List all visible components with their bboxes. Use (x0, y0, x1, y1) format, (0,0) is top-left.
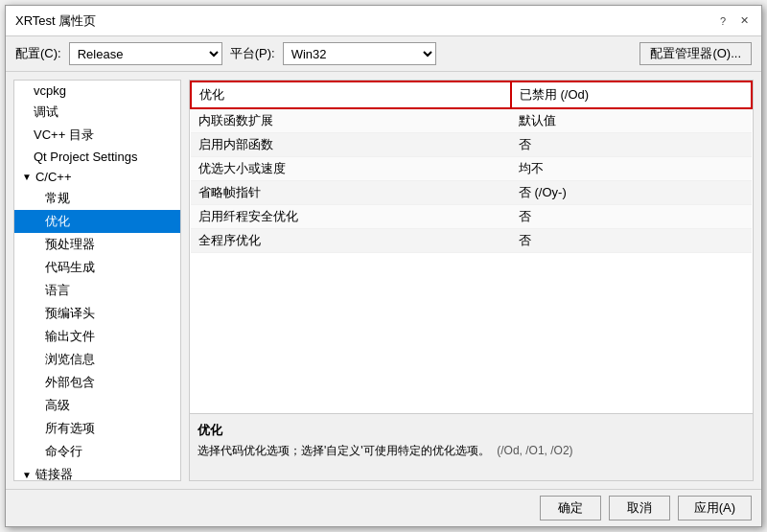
title-bar-controls: ? ✕ (715, 13, 752, 29)
tree-group-cpp[interactable]: ▼ C/C++ (14, 167, 180, 187)
prop-desc-area: 优化 选择代码优化选项；选择'自定义'可使用特定的优化选项。 (/Od, /O1… (190, 413, 753, 480)
tree-item-cpp-codegen[interactable]: 代码生成 (14, 256, 180, 279)
prop-name: 省略帧指针 (191, 181, 511, 205)
tree-item-cpp-browse[interactable]: 浏览信息 (14, 348, 180, 371)
tree-item-debug[interactable]: 调试 (14, 101, 180, 124)
table-row[interactable]: 省略帧指针否 (/Oy-) (191, 181, 752, 205)
props-data-table: 优化 已禁用 (/Od) 内联函数扩展默认值启用内部函数否优选大小或速度均不省略… (190, 81, 753, 253)
table-row[interactable]: 启用内部函数否 (191, 133, 752, 157)
cpp-expand-arrow: ▼ (22, 172, 32, 182)
prop-desc-text: 选择代码优化选项；选择'自定义'可使用特定的优化选项。 (198, 444, 490, 457)
prop-desc-body: 选择代码优化选项；选择'自定义'可使用特定的优化选项。 (/Od, /O1, /… (198, 443, 745, 459)
table-row[interactable]: 启用纤程安全优化否 (191, 205, 752, 229)
apply-button[interactable]: 应用(A) (678, 496, 752, 520)
prop-desc-title: 优化 (198, 422, 745, 439)
platform-select[interactable]: Win32 (283, 42, 436, 65)
ok-button[interactable]: 确定 (540, 496, 601, 520)
bottom-bar: 确定 取消 应用(A) (6, 489, 761, 526)
prop-name: 启用内部函数 (191, 133, 511, 157)
tree-item-cpp-preproc[interactable]: 预处理器 (14, 233, 180, 256)
cancel-button[interactable]: 取消 (609, 496, 670, 520)
tree-group-linker[interactable]: ▼ 链接器 (14, 463, 180, 481)
tree-item-vcpkg[interactable]: vcpkg (14, 81, 180, 101)
prop-value: 否 (511, 133, 752, 157)
tree-group-linker-label: 链接器 (35, 466, 73, 481)
props-table: 优化 已禁用 (/Od) 内联函数扩展默认值启用内部函数否优选大小或速度均不省略… (190, 81, 753, 413)
prop-desc-hint: (/Od, /O1, /O2) (497, 444, 572, 457)
table-row[interactable]: 内联函数扩展默认值 (191, 108, 752, 133)
platform-label: 平台(P): (230, 45, 275, 62)
tree-item-cpp-pch[interactable]: 预编译头 (14, 302, 180, 325)
linker-expand-arrow: ▼ (22, 470, 32, 480)
table-row[interactable]: 优选大小或速度均不 (191, 157, 752, 181)
tree-item-cpp-output[interactable]: 输出文件 (14, 325, 180, 348)
props-panel: 优化 已禁用 (/Od) 内联函数扩展默认值启用内部函数否优选大小或速度均不省略… (189, 80, 754, 481)
tree-item-cpp-general[interactable]: 常规 (14, 187, 180, 210)
tree-item-cpp-allopt[interactable]: 所有选项 (14, 417, 180, 440)
config-select[interactable]: Release (69, 42, 222, 65)
config-label: 配置(C): (15, 45, 61, 62)
prop-value: 否 (511, 229, 752, 253)
col1-header: 优化 (191, 81, 511, 108)
close-button[interactable]: ✕ (736, 13, 752, 29)
prop-value: 否 (/Oy-) (511, 181, 752, 205)
tree-group-cpp-label: C/C++ (35, 170, 72, 184)
title-bar: XRTest 属性页 ? ✕ (6, 6, 761, 36)
tree-item-cpp-advanced[interactable]: 高级 (14, 394, 180, 417)
prop-value: 否 (511, 205, 752, 229)
main-content: vcpkg 调试 VC++ 目录 Qt Project Settings ▼ C… (6, 72, 761, 489)
tree-item-vcpp-dirs[interactable]: VC++ 目录 (14, 124, 180, 147)
prop-name: 内联函数扩展 (191, 108, 511, 133)
prop-name: 优选大小或速度 (191, 157, 511, 181)
prop-value: 均不 (511, 157, 752, 181)
tree-panel: vcpkg 调试 VC++ 目录 Qt Project Settings ▼ C… (13, 80, 181, 481)
tree-item-cpp-lang[interactable]: 语言 (14, 279, 180, 302)
toolbar-row: 配置(C): Release 平台(P): Win32 配置管理器(O)... (6, 36, 761, 72)
properties-dialog: XRTest 属性页 ? ✕ 配置(C): Release 平台(P): Win… (5, 5, 762, 527)
table-row[interactable]: 全程序优化否 (191, 229, 752, 253)
prop-value: 默认值 (511, 108, 752, 133)
tree-item-qt-settings[interactable]: Qt Project Settings (14, 147, 180, 167)
tree-item-cpp-external[interactable]: 外部包含 (14, 371, 180, 394)
col2-header: 已禁用 (/Od) (511, 81, 752, 108)
tree-item-cpp-cmdline[interactable]: 命令行 (14, 440, 180, 463)
config-mgr-button[interactable]: 配置管理器(O)... (639, 42, 752, 65)
tree-item-cpp-optimize[interactable]: 优化 (14, 210, 180, 233)
prop-name: 启用纤程安全优化 (191, 205, 511, 229)
prop-name: 全程序优化 (191, 229, 511, 253)
dialog-title: XRTest 属性页 (15, 12, 96, 30)
help-button[interactable]: ? (715, 13, 731, 29)
